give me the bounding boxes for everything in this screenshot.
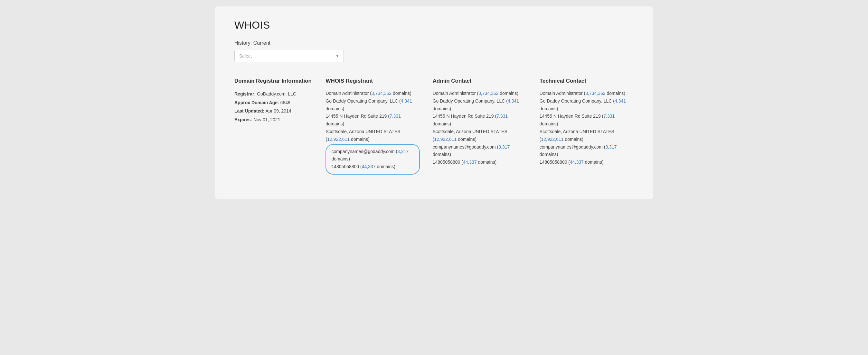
page-title: WHOIS (235, 19, 633, 31)
history-label: History: Current (235, 40, 633, 46)
admin-line-4: companynames@godaddy.com (3,317 domains) (433, 143, 527, 159)
whois-line-2: 14455 N Hayden Rd Suite 219 (7,331 domai… (326, 112, 420, 128)
tech-link-5[interactable]: 44,337 (570, 159, 584, 165)
registrar-info: Registrar: GoDaddy.com, LLC Approx Domai… (235, 90, 313, 124)
admin-link-0[interactable]: 3,734,362 (478, 91, 498, 96)
registrar-value-3: Nov 01, 2021 (253, 117, 280, 122)
whois-registrant-title: WHOIS Registrant (326, 77, 420, 84)
admin-link-4[interactable]: 3,317 (498, 144, 510, 149)
admin-line-2: 14455 N Hayden Rd Suite 219 (7,331 domai… (433, 112, 527, 128)
technical-contact-column: Technical Contact Domain Administrator (… (539, 77, 633, 175)
registrar-value-2: Apr 09, 2014 (265, 108, 291, 113)
whois-registrant-content: Domain Administrator (3,734,362 domains)… (326, 90, 420, 175)
registrar-field-0: Registrar: GoDaddy.com, LLC (235, 90, 313, 98)
whois-link-4[interactable]: 3,317 (397, 149, 409, 154)
admin-link-5[interactable]: 44,337 (463, 159, 477, 165)
whois-link-0[interactable]: 3,734,362 (372, 91, 392, 96)
tech-link-2[interactable]: 7,331 (603, 113, 615, 119)
tech-line-3: Scottsdale, Arizona UNITED STATES (12,92… (539, 128, 633, 143)
whois-link-2[interactable]: 7,331 (390, 113, 401, 119)
tech-line-4: companynames@godaddy.com (3,317 domains) (539, 143, 633, 159)
registrar-value-0: GoDaddy.com, LLC (257, 91, 296, 97)
registrar-label-1: Approx Domain Age: (235, 100, 279, 105)
whois-registrant-column: WHOIS Registrant Domain Administrator (3… (326, 77, 420, 175)
admin-line-5: 14805058800 (44,337 domains) (433, 158, 527, 166)
registrar-label-3: Expires: (235, 117, 252, 122)
whois-line-0: Domain Administrator (3,734,362 domains) (326, 90, 420, 98)
whois-link-1[interactable]: 4,341 (401, 98, 412, 104)
main-card: WHOIS History: Current Select ▼ Domain R… (215, 6, 653, 199)
technical-contact-title: Technical Contact (539, 77, 633, 84)
select-wrapper[interactable]: Select ▼ (235, 50, 344, 62)
tech-line-0: Domain Administrator (3,734,362 domains) (539, 90, 633, 98)
registrar-label-2: Last Updated: (235, 108, 264, 113)
admin-contact-title: Admin Contact (433, 77, 527, 84)
tech-link-0[interactable]: 3,734,362 (585, 91, 605, 96)
whois-link-5[interactable]: 44,337 (362, 164, 376, 169)
admin-link-2[interactable]: 7,331 (496, 113, 508, 119)
tech-link-3[interactable]: 12,922,611 (541, 137, 563, 142)
admin-line-0: Domain Administrator (3,734,362 domains) (433, 90, 527, 98)
registrar-field-2: Last Updated: Apr 09, 2014 (235, 107, 313, 115)
whois-line-5: 14805058800 (44,337 domains) (331, 163, 414, 171)
registrar-field-1: Approx Domain Age: 6848 (235, 98, 313, 107)
admin-line-1: Go Daddy Operating Company, LLC (4,341 d… (433, 98, 527, 113)
admin-contact-column: Admin Contact Domain Administrator (3,73… (433, 77, 527, 175)
technical-contact-content: Domain Administrator (3,734,362 domains)… (539, 90, 633, 166)
tech-line-5: 14805058800 (44,337 domains) (539, 158, 633, 166)
whois-line-4: companynames@godaddy.com (3,317 domains) (331, 148, 414, 163)
whois-link-3[interactable]: 12,922,611 (327, 137, 350, 142)
whois-highlight-box: companynames@godaddy.com (3,317 domains)… (326, 144, 420, 175)
admin-contact-content: Domain Administrator (3,734,362 domains)… (433, 90, 527, 166)
admin-link-1[interactable]: 4,341 (508, 98, 519, 104)
registrar-label-0: Registrar: (235, 91, 256, 97)
registrar-column: Domain Registrar Information Registrar: … (235, 77, 313, 175)
registrar-value-1: 6848 (280, 100, 290, 105)
page-wrapper: WHOIS History: Current Select ▼ Domain R… (209, 0, 659, 206)
registrar-title: Domain Registrar Information (235, 77, 313, 84)
tech-link-4[interactable]: 3,317 (605, 144, 617, 149)
whois-line-1: Go Daddy Operating Company, LLC (4,341 d… (326, 98, 420, 113)
tech-link-1[interactable]: 4,341 (615, 98, 626, 104)
admin-line-3: Scottsdale, Arizona UNITED STATES (12,92… (433, 128, 527, 143)
admin-link-3[interactable]: 12,922,611 (434, 137, 457, 142)
tech-line-2: 14455 N Hayden Rd Suite 219 (7,331 domai… (539, 112, 633, 128)
whois-line-3: Scottsdale, Arizona UNITED STATES (12,92… (326, 128, 420, 143)
columns-grid: Domain Registrar Information Registrar: … (235, 77, 633, 175)
registrar-field-3: Expires: Nov 01, 2021 (235, 115, 313, 124)
tech-line-1: Go Daddy Operating Company, LLC (4,341 d… (539, 98, 633, 113)
history-select[interactable]: Select (235, 50, 344, 62)
